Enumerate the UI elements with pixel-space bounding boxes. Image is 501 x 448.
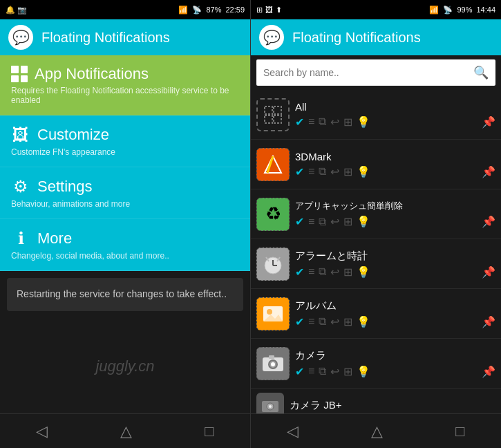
bulb-icon[interactable]: 💡 <box>357 165 370 178</box>
app-name-3dmark: 3DMark <box>295 151 495 162</box>
menu-app-title: App Notifications <box>35 65 149 83</box>
chat-icon: 💬 <box>12 29 30 46</box>
grid2-icon[interactable]: ⊞ <box>343 215 352 228</box>
home-button-left[interactable]: △ <box>109 417 143 446</box>
battery-left: 87% <box>206 6 221 14</box>
menu-customize-subtitle: Customize FN's appearance <box>11 147 239 157</box>
app-icon-3dmark <box>256 148 290 181</box>
app-name-alarm: アラームと時計 <box>295 250 495 263</box>
recycle-icon: ♻ <box>265 203 281 225</box>
app-controls-album: ✔ ≡ ⧉ ↩ ⊞ 💡 📌 <box>295 315 495 328</box>
bulb-icon[interactable]: 💡 <box>357 315 370 328</box>
grid2-icon[interactable]: ⊞ <box>343 265 352 279</box>
app-controls-cache: ✔ ≡ ⧉ ↩ ⊞ 💡 📌 <box>295 215 495 228</box>
list-item[interactable]: カメラ JB+ <box>251 389 501 413</box>
grid2-icon[interactable]: ⊞ <box>343 115 352 129</box>
check-icon[interactable]: ✔ <box>295 315 304 328</box>
search-bar[interactable]: 🔍 <box>256 59 495 86</box>
list-icon[interactable]: ≡ <box>308 216 314 228</box>
svg-point-16 <box>271 362 275 366</box>
list-icon[interactable]: ≡ <box>308 315 314 328</box>
undo-icon[interactable]: ↩ <box>330 365 339 378</box>
check-icon[interactable]: ✔ <box>295 115 304 129</box>
list-item[interactable]: ♻ アプリキャッシュ簡単削除 ✔ ≡ ⧉ ↩ ⊞ 💡 📌 <box>251 189 501 239</box>
bulb-icon[interactable]: 💡 <box>357 265 370 279</box>
time-right: 14:44 <box>476 6 495 14</box>
undo-icon[interactable]: ↩ <box>330 115 339 129</box>
restart-notice: Restarting the service for changes to ta… <box>7 278 243 311</box>
menu-settings-subtitle: Behaviour, animations and more <box>11 199 239 209</box>
app-name-album: アルバム <box>295 299 495 312</box>
pin-icon[interactable]: 📌 <box>482 265 495 279</box>
check-icon[interactable]: ✔ <box>295 365 304 378</box>
wifi-icon-right: 📶 <box>429 6 439 15</box>
list-icon[interactable]: ≡ <box>308 365 314 377</box>
copy-icon[interactable]: ⧉ <box>319 265 326 278</box>
app-name-cache: アプリキャッシュ簡単削除 <box>295 200 495 212</box>
back-button-left[interactable]: ◁ <box>25 417 59 446</box>
app-controls-3dmark: ✔ ≡ ⧉ ↩ ⊞ 💡 📌 <box>295 165 495 178</box>
app-title-right: Floating Notifications <box>292 30 421 46</box>
undo-icon[interactable]: ↩ <box>330 315 339 328</box>
check-icon[interactable]: ✔ <box>295 165 304 178</box>
list-icon[interactable]: ≡ <box>308 265 314 278</box>
app-list: All ✔ ≡ ⧉ ↩ ⊞ 💡 📌 <box>251 90 501 413</box>
watermark-area: juggly.cn <box>0 311 250 413</box>
recent-button-right[interactable]: □ <box>444 417 475 446</box>
grid2-icon[interactable]: ⊞ <box>343 315 352 328</box>
undo-icon[interactable]: ↩ <box>330 265 339 279</box>
search-input[interactable] <box>263 67 468 78</box>
pin-icon[interactable]: 📌 <box>482 165 495 178</box>
copy-icon[interactable]: ⧉ <box>319 216 326 228</box>
svg-rect-3 <box>274 115 281 123</box>
nav-bar-left: ◁ △ □ <box>0 413 250 448</box>
check-icon[interactable]: ✔ <box>295 215 304 228</box>
pin-icon[interactable]: 📌 <box>482 315 495 328</box>
app-row-content-camerajb: カメラ JB+ <box>290 393 495 413</box>
bulb-icon[interactable]: 💡 <box>357 215 370 228</box>
list-icon[interactable]: ≡ <box>308 165 314 178</box>
app-name-camera: カメラ <box>295 349 495 362</box>
copy-icon[interactable]: ⧉ <box>319 365 326 377</box>
app-row-content-alarm: アラームと時計 ✔ ≡ ⧉ ↩ ⊞ 💡 📌 <box>295 250 495 279</box>
app-row-content-all: All ✔ ≡ ⧉ ↩ ⊞ 💡 📌 <box>295 101 495 129</box>
photo-status-icon: 🖼 <box>265 6 273 14</box>
home-button-right[interactable]: △ <box>360 417 394 446</box>
app-row-content-cache: アプリキャッシュ簡単削除 ✔ ≡ ⧉ ↩ ⊞ 💡 📌 <box>295 200 495 228</box>
menu-customize[interactable]: 🖼 Customize Customize FN's appearance <box>0 115 250 167</box>
app-name-camerajb: カメラ JB+ <box>290 399 495 412</box>
copy-icon[interactable]: ⧉ <box>319 165 326 178</box>
menu-more[interactable]: ℹ More Changelog, social media, about an… <box>0 219 250 271</box>
undo-icon[interactable]: ↩ <box>330 215 339 228</box>
check-icon[interactable]: ✔ <box>295 265 304 279</box>
back-button-right[interactable]: ◁ <box>276 417 310 446</box>
copy-icon[interactable]: ⧉ <box>319 315 326 328</box>
svg-point-20 <box>269 405 272 408</box>
grid2-icon[interactable]: ⊞ <box>343 165 352 178</box>
list-item[interactable]: カメラ ✔ ≡ ⧉ ↩ ⊞ 💡 📌 <box>251 339 501 389</box>
pin-icon[interactable]: 📌 <box>482 115 495 129</box>
menu-app-notifications[interactable]: App Notifications Requires the Floating … <box>0 55 250 115</box>
recent-button-left[interactable]: □ <box>193 417 225 446</box>
pin-icon[interactable]: 📌 <box>482 365 495 378</box>
bulb-icon[interactable]: 💡 <box>357 365 370 378</box>
list-icon[interactable]: ≡ <box>308 115 314 128</box>
undo-icon[interactable]: ↩ <box>330 165 339 178</box>
bulb-icon[interactable]: 💡 <box>357 115 370 129</box>
list-item[interactable]: All ✔ ≡ ⧉ ↩ ⊞ 💡 📌 <box>251 90 501 140</box>
menu-settings[interactable]: ⚙ Settings Behaviour, animations and mor… <box>0 167 250 219</box>
app-icon-alarm <box>256 248 290 281</box>
list-item[interactable]: アラームと時計 ✔ ≡ ⧉ ↩ ⊞ 💡 📌 <box>251 239 501 289</box>
menu-settings-title: Settings <box>37 178 93 196</box>
grid2-icon[interactable]: ⊞ <box>343 365 352 378</box>
list-item[interactable]: アルバム ✔ ≡ ⧉ ↩ ⊞ 💡 📌 <box>251 289 501 339</box>
pin-icon[interactable]: 📌 <box>482 215 495 228</box>
search-icon[interactable]: 🔍 <box>473 65 489 80</box>
watermark: juggly.cn <box>95 357 154 375</box>
notification-icons: 🔔 📷 <box>6 6 27 15</box>
copy-icon[interactable]: ⧉ <box>319 115 326 128</box>
info-icon: ℹ <box>11 229 30 248</box>
app-row-content-camera: カメラ ✔ ≡ ⧉ ↩ ⊞ 💡 📌 <box>295 349 495 378</box>
list-item[interactable]: 3DMark ✔ ≡ ⧉ ↩ ⊞ 💡 📌 <box>251 140 501 189</box>
signal-icon-right: 📡 <box>443 6 453 15</box>
